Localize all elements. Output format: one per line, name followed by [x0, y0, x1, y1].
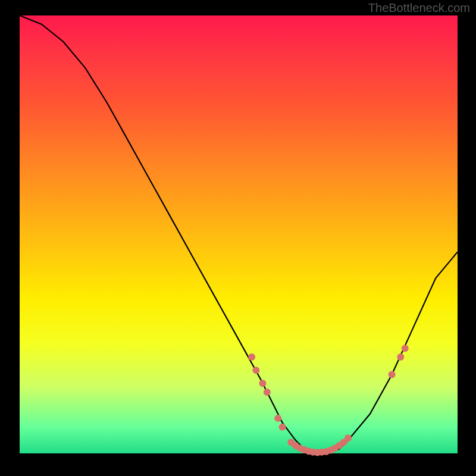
data-point	[345, 434, 352, 441]
data-point	[274, 415, 281, 422]
data-point	[279, 424, 286, 431]
data-point	[389, 371, 396, 378]
data-markers	[248, 345, 409, 456]
data-point	[252, 367, 259, 374]
data-point	[259, 380, 267, 387]
data-point	[264, 389, 271, 396]
data-point	[397, 353, 404, 361]
data-point	[402, 345, 409, 352]
watermark-text: TheBottleneck.com	[368, 1, 470, 15]
data-point	[248, 353, 255, 361]
chart-svg	[20, 15, 458, 453]
bottleneck-curve-line	[20, 15, 458, 453]
